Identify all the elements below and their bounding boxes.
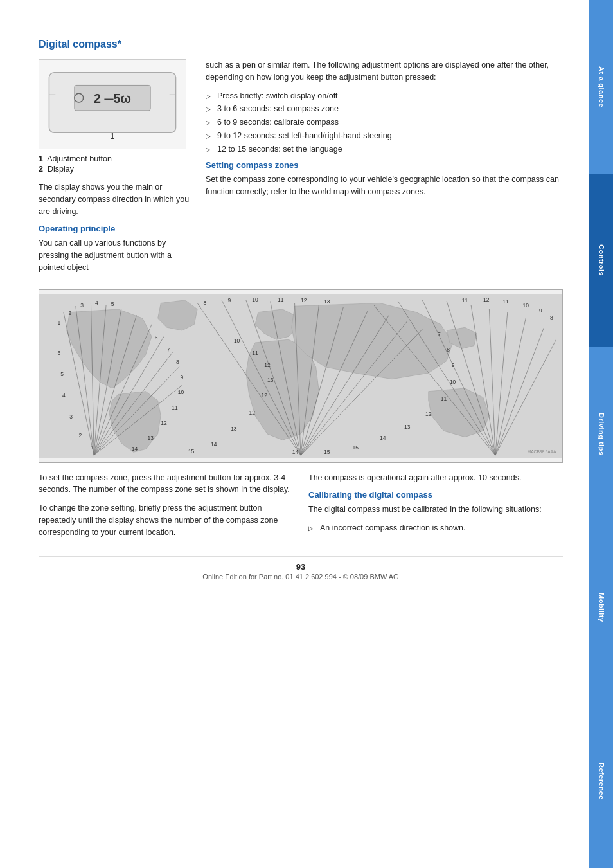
svg-text:5: 5	[60, 371, 64, 377]
operating-principle-cont: such as a pen or similar item. The follo…	[206, 59, 563, 84]
svg-text:6: 6	[57, 349, 60, 356]
operating-principle-text: You can call up various functions by pre…	[39, 237, 193, 273]
right-sidebar: At a glance Controls Driving tips Mobili…	[589, 0, 613, 868]
page-title: Digital compass*	[39, 39, 563, 50]
svg-text:8: 8	[176, 359, 179, 365]
page-footer: 93 Online Edition for Part no. 01 41 2 6…	[39, 556, 563, 581]
bullet-3: 6 to 9 seconds: calibrate compass	[206, 116, 563, 129]
svg-text:9: 9	[539, 307, 542, 313]
svg-text:13: 13	[324, 298, 330, 305]
right-col: such as a pen or similar item. The follo…	[206, 59, 563, 280]
calibrate-intro-text: The digital compass must be calibrated i…	[308, 503, 563, 516]
sidebar-tab-reference[interactable]: Reference	[589, 694, 613, 868]
page-number: 93	[39, 562, 563, 572]
svg-text:12: 12	[161, 419, 167, 426]
svg-text:5: 5	[111, 301, 114, 307]
svg-text:7: 7	[438, 331, 441, 338]
svg-text:11: 11	[441, 395, 447, 401]
svg-text:10: 10	[252, 296, 258, 302]
svg-text:12: 12	[425, 410, 432, 417]
svg-text:7: 7	[167, 347, 170, 353]
bullet-2: 3 to 6 seconds: set compass zone	[206, 103, 563, 115]
svg-text:15: 15	[352, 444, 359, 450]
bullet-4: 9 to 12 seconds: set left-hand/right-han…	[206, 130, 563, 142]
svg-text:2: 2	[79, 431, 82, 438]
svg-text:13: 13	[267, 377, 274, 383]
svg-text:11: 11	[502, 298, 509, 305]
sidebar-tab-at-glance[interactable]: At a glance	[589, 0, 613, 174]
svg-text:3: 3	[69, 413, 73, 420]
sidebar-tab-controls[interactable]: Controls	[589, 174, 613, 347]
bottom-two-col: To set the compass zone, press the adjus…	[39, 472, 563, 545]
operating-principle-heading: Operating principle	[39, 224, 193, 233]
svg-text:8: 8	[204, 300, 207, 306]
setting-compass-zones-heading: Setting compass zones	[206, 160, 563, 170]
svg-text:13: 13	[404, 424, 411, 430]
display-description: The display shows you the main or second…	[39, 181, 193, 217]
svg-text:3: 3	[80, 302, 84, 309]
svg-text:12: 12	[483, 296, 490, 302]
sidebar-tab-driving-tips[interactable]: Driving tips	[589, 347, 613, 521]
compass-image: 2 ─5ω 1	[39, 59, 186, 149]
svg-text:15: 15	[188, 448, 195, 455]
svg-text:MACB38 / AAA: MACB38 / AAA	[528, 449, 556, 454]
main-content: Digital compass* 2 ─5ω	[0, 0, 589, 868]
adjustment-options-list: Press briefly: switch display on/off 3 t…	[206, 90, 563, 156]
svg-text:12: 12	[301, 297, 307, 303]
bullet-1: Press briefly: switch display on/off	[206, 90, 563, 102]
page-container: Digital compass* 2 ─5ω	[0, 0, 613, 868]
set-compass-zone-text: To set the compass zone, press the adjus…	[39, 472, 293, 496]
svg-text:10: 10	[178, 389, 184, 395]
svg-text:9: 9	[181, 374, 184, 380]
svg-text:2 ─5ω: 2 ─5ω	[94, 91, 131, 105]
calibrate-bullets: An incorrect compass direction is shown.	[308, 522, 563, 534]
svg-text:12: 12	[249, 409, 256, 415]
svg-text:12: 12	[264, 361, 271, 368]
svg-text:10: 10	[234, 337, 240, 343]
svg-text:14: 14	[292, 449, 299, 455]
calibrating-heading: Calibrating the digital compass	[308, 490, 563, 500]
svg-text:4: 4	[62, 392, 66, 399]
svg-text:11: 11	[252, 349, 258, 356]
svg-text:4: 4	[95, 300, 98, 306]
svg-text:12: 12	[261, 392, 267, 399]
svg-text:6: 6	[155, 334, 158, 341]
svg-text:8: 8	[550, 314, 553, 320]
footer-text: Online Edition for Part no. 01 41 2 602 …	[202, 573, 398, 581]
item-1-label: 1 Adjustment button	[39, 154, 193, 163]
bottom-left: To set the compass zone, press the adjus…	[39, 472, 293, 545]
operational-again-text: The compass is operational again after a…	[308, 472, 563, 484]
left-col: 2 ─5ω 1 1 Adjustment button 2 D	[39, 59, 193, 280]
svg-text:14: 14	[211, 440, 217, 447]
svg-text:11: 11	[462, 297, 468, 303]
svg-text:1: 1	[91, 444, 94, 450]
calibrate-bullet-1: An incorrect compass direction is shown.	[308, 522, 563, 534]
svg-text:2: 2	[68, 310, 71, 316]
svg-text:10: 10	[522, 302, 529, 309]
item-2-label: 2 Display	[39, 165, 193, 174]
svg-text:10: 10	[450, 379, 456, 385]
svg-text:11: 11	[278, 296, 284, 302]
svg-text:9: 9	[227, 296, 231, 303]
svg-text:13: 13	[231, 426, 237, 432]
svg-text:8: 8	[447, 347, 450, 353]
bottom-right: The compass is operational again after a…	[308, 472, 563, 545]
setting-compass-zones-text: Set the compass zone corresponding to yo…	[206, 174, 563, 198]
svg-text:1: 1	[110, 131, 114, 141]
svg-text:9: 9	[452, 361, 455, 368]
svg-text:14: 14	[132, 446, 138, 452]
world-map: 1 2 3 4 5 6 5 4 3 2 1 8 9 10 11 12 13 11	[39, 289, 563, 463]
top-two-col: 2 ─5ω 1 1 Adjustment button 2 D	[39, 59, 563, 280]
svg-text:1: 1	[57, 319, 60, 325]
bullet-5: 12 to 15 seconds: set the language	[206, 143, 563, 156]
svg-text:15: 15	[324, 449, 330, 455]
svg-text:13: 13	[147, 435, 154, 441]
change-zone-text: To change the zone setting, briefly pres…	[39, 502, 293, 538]
svg-text:14: 14	[380, 435, 386, 441]
svg-text:11: 11	[172, 404, 178, 411]
sidebar-tab-mobility[interactable]: Mobility	[589, 521, 613, 694]
